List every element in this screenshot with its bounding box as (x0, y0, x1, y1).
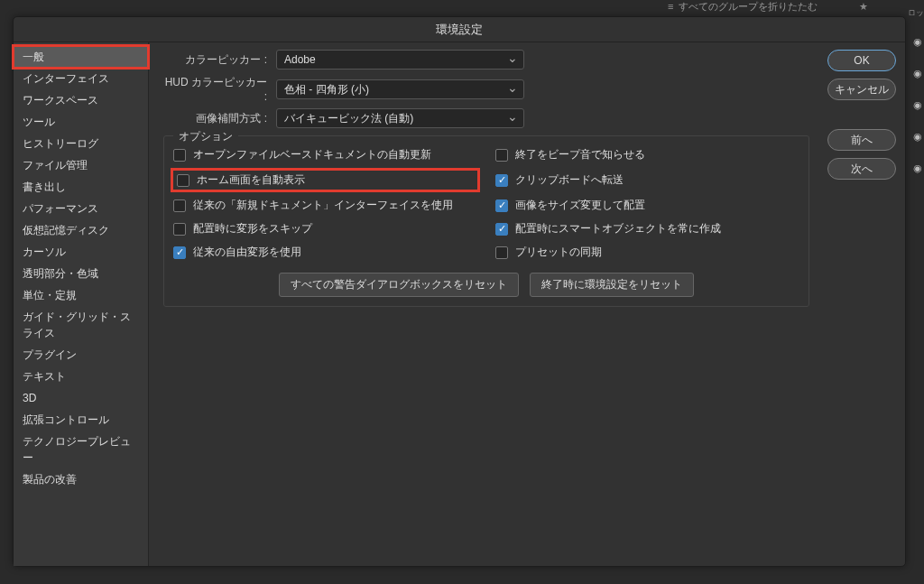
interpolation-select[interactable]: バイキュービック法 (自動) (276, 108, 524, 128)
sidebar-item-cursors[interactable]: カーソル (14, 241, 148, 263)
sidebar-item-export[interactable]: 書き出し (14, 176, 148, 198)
checkbox-icon (495, 149, 508, 162)
sidebar-item-file-handling[interactable]: ファイル管理 (14, 154, 148, 176)
sidebar-item-3d[interactable]: 3D (14, 387, 148, 409)
sidebar-item-units-rulers[interactable]: 単位・定規 (14, 284, 148, 306)
options-legend: オプション (173, 129, 238, 144)
sidebar-item-history-log[interactable]: ヒストリーログ (14, 133, 148, 154)
checkbox-icon (177, 174, 189, 187)
sidebar-item-enhanced-controls[interactable]: 拡張コントロール (14, 409, 148, 431)
checkbox-legacy-new-doc[interactable]: 従来の「新規ドキュメント」インターフェイスを使用 (173, 198, 477, 213)
sidebar-item-guides-grid-slices[interactable]: ガイド・グリッド・スライス (14, 306, 148, 344)
checkbox-always-create-smart-object[interactable]: 配置時にスマートオブジェクトを常に作成 (495, 221, 799, 236)
eye-icon[interactable]: ◉ (913, 68, 922, 79)
sidebar-item-scratch-disks[interactable]: 仮想記憶ディスク (14, 219, 148, 241)
checkbox-label: 従来の「新規ドキュメント」インターフェイスを使用 (193, 198, 453, 213)
checkbox-export-clipboard[interactable]: クリップボードへ転送 (495, 171, 799, 190)
checkbox-icon (173, 246, 186, 259)
reset-prefs-on-quit-button[interactable]: 終了時に環境設定をリセット (530, 273, 694, 297)
checkbox-label: 画像をサイズ変更して配置 (515, 198, 645, 213)
sidebar-item-tools[interactable]: ツール (14, 111, 148, 133)
checkbox-label: 配置時にスマートオブジェクトを常に作成 (515, 221, 721, 236)
collapse-groups-label: すべてのグループを折りたたむ (679, 0, 818, 14)
checkbox-beep-on-done[interactable]: 終了をビープ音で知らせる (495, 147, 799, 162)
checkbox-legacy-free-transform[interactable]: 従来の自由変形を使用 (173, 245, 477, 260)
reset-all-warnings-button[interactable]: すべての警告ダイアログボックスをリセット (279, 273, 519, 297)
checkbox-label: ホーム画面を自動表示 (197, 172, 305, 188)
color-picker-label: カラーピッカー : (163, 52, 267, 68)
checkbox-icon (173, 199, 186, 212)
sidebar-item-transparency-gamut[interactable]: 透明部分・色域 (14, 263, 148, 284)
preferences-content: カラーピッカー : Adobe HUD カラーピッカー : 色相 - 四角形 (… (149, 42, 824, 566)
checkbox-preset-sync[interactable]: プリセットの同期 (495, 245, 799, 260)
checkbox-auto-show-home[interactable]: ホーム画面を自動表示 (177, 172, 305, 188)
checkbox-icon (173, 223, 186, 236)
sidebar-item-tech-preview[interactable]: テクノロジープレビュー (14, 431, 148, 468)
dialog-title: 環境設定 (14, 17, 905, 42)
layer-visibility-strip: ◉ ◉ ◉ ◉ ◉ (913, 36, 922, 174)
options-fieldset: オプション オープンファイルベースドキュメントの自動更新 終了をビープ音で知らせ… (163, 135, 809, 307)
checkbox-resize-on-place[interactable]: 画像をサイズ変更して配置 (495, 198, 799, 213)
interpolation-label: 画像補間方式 : (163, 111, 267, 126)
hamburger-icon: ≡ (668, 1, 673, 12)
highlight-home-screen: ホーム画面を自動表示 (173, 171, 477, 190)
prev-button[interactable]: 前へ (827, 129, 896, 151)
sidebar-item-general[interactable]: 一般 (14, 46, 148, 68)
checkbox-icon (495, 199, 508, 212)
checkbox-label: 従来の自由変形を使用 (193, 245, 301, 260)
checkbox-label: プリセットの同期 (515, 245, 602, 260)
checkbox-icon (495, 174, 508, 187)
sidebar-item-product-improvement[interactable]: 製品の改善 (14, 468, 148, 490)
checkbox-auto-update-open-docs[interactable]: オープンファイルベースドキュメントの自動更新 (173, 147, 477, 162)
sidebar-item-interface[interactable]: インターフェイス (14, 68, 148, 89)
panel-side-label: ロッ (908, 7, 924, 19)
color-picker-select[interactable]: Adobe (276, 50, 524, 70)
star-icon: ★ (859, 1, 868, 13)
hud-picker-label: HUD カラーピッカー : (163, 75, 267, 103)
dialog-buttons-column: OK キャンセル 前へ 次へ (824, 42, 905, 566)
cancel-button[interactable]: キャンセル (827, 79, 896, 100)
hud-picker-select[interactable]: 色相 - 四角形 (小) (276, 79, 524, 99)
next-button[interactable]: 次へ (827, 158, 896, 180)
checkbox-skip-transform-on-place[interactable]: 配置時に変形をスキップ (173, 221, 477, 236)
checkbox-label: 終了をビープ音で知らせる (515, 147, 645, 162)
checkbox-label: オープンファイルベースドキュメントの自動更新 (193, 147, 431, 162)
preferences-dialog: 環境設定 一般 インターフェイス ワークスペース ツール ヒストリーログ ファイ… (13, 16, 906, 567)
panel-option-collapse: ≡ すべてのグループを折りたたむ ★ (668, 0, 920, 14)
sidebar-item-performance[interactable]: パフォーマンス (14, 198, 148, 219)
checkbox-icon (495, 246, 508, 259)
checkbox-icon (173, 149, 186, 162)
checkbox-icon (495, 223, 508, 236)
checkbox-label: クリップボードへ転送 (515, 172, 624, 188)
eye-icon[interactable]: ◉ (913, 36, 922, 48)
sidebar-item-plugins[interactable]: プラグイン (14, 344, 148, 366)
sidebar-item-workspace[interactable]: ワークスペース (14, 89, 148, 111)
eye-icon[interactable]: ◉ (913, 131, 922, 143)
ok-button[interactable]: OK (827, 50, 896, 71)
sidebar-item-type[interactable]: テキスト (14, 366, 148, 387)
eye-icon[interactable]: ◉ (913, 162, 922, 174)
checkbox-label: 配置時に変形をスキップ (193, 221, 312, 236)
eye-icon[interactable]: ◉ (913, 99, 922, 111)
preferences-sidebar: 一般 インターフェイス ワークスペース ツール ヒストリーログ ファイル管理 書… (14, 42, 149, 566)
